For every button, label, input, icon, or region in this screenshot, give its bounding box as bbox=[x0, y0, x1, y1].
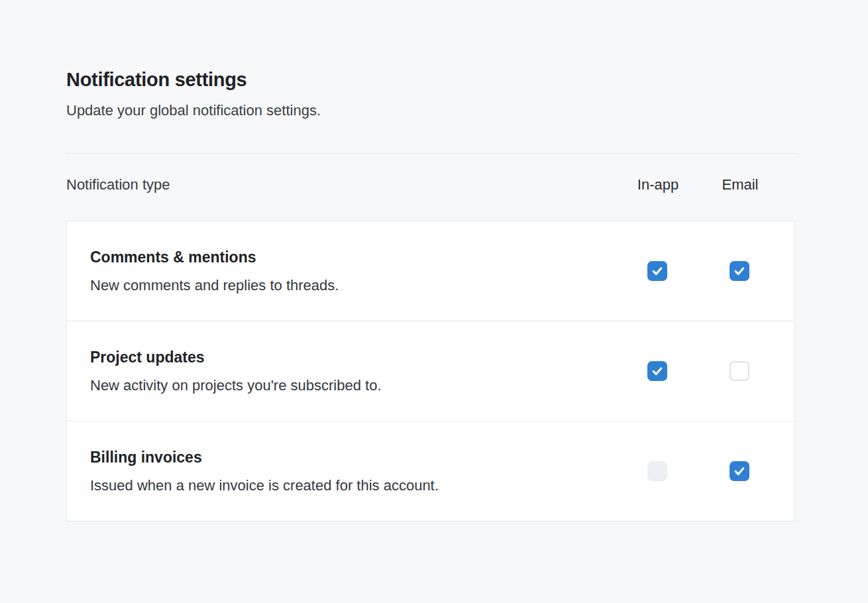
row-text: Billing invoices Issued when a new invoi… bbox=[90, 448, 616, 494]
column-header-notification-type: Notification type bbox=[66, 176, 617, 193]
checkbox-comments-email[interactable] bbox=[730, 261, 749, 281]
row-description: New activity on projects you're subscrib… bbox=[90, 377, 616, 394]
section-divider bbox=[66, 153, 795, 154]
row-text: Comments & mentions New comments and rep… bbox=[90, 248, 616, 294]
notification-settings-card: Comments & mentions New comments and rep… bbox=[66, 221, 795, 521]
checkmark-icon bbox=[733, 264, 746, 278]
table-row-billing-invoices: Billing invoices Issued when a new invoi… bbox=[67, 421, 794, 521]
column-header-email: Email bbox=[699, 176, 781, 193]
page-subtitle: Update your global notification settings… bbox=[66, 102, 795, 119]
row-title: Project updates bbox=[90, 348, 616, 366]
row-title: Billing invoices bbox=[90, 448, 616, 466]
checkmark-icon bbox=[651, 364, 664, 378]
checkmark-icon bbox=[651, 264, 664, 278]
checkbox-billing-email[interactable] bbox=[730, 461, 749, 481]
row-description: New comments and replies to threads. bbox=[90, 277, 616, 294]
column-header-inapp: In-app bbox=[617, 176, 699, 193]
table-header: Notification type In-app Email bbox=[66, 176, 795, 193]
table-row-project-updates: Project updates New activity on projects… bbox=[67, 321, 794, 421]
checkmark-icon bbox=[733, 465, 746, 478]
row-text: Project updates New activity on projects… bbox=[90, 348, 616, 394]
row-title: Comments & mentions bbox=[90, 248, 616, 266]
row-description: Issued when a new invoice is created for… bbox=[90, 477, 616, 494]
notification-settings-page: Notification settings Update your global… bbox=[66, 0, 795, 521]
table-row-comments-mentions: Comments & mentions New comments and rep… bbox=[67, 221, 794, 321]
checkbox-comments-inapp[interactable] bbox=[647, 261, 667, 281]
checkbox-projects-inapp[interactable] bbox=[647, 361, 667, 381]
checkbox-billing-inapp bbox=[647, 461, 667, 481]
checkbox-projects-email[interactable] bbox=[730, 361, 749, 381]
page-title: Notification settings bbox=[66, 68, 795, 91]
